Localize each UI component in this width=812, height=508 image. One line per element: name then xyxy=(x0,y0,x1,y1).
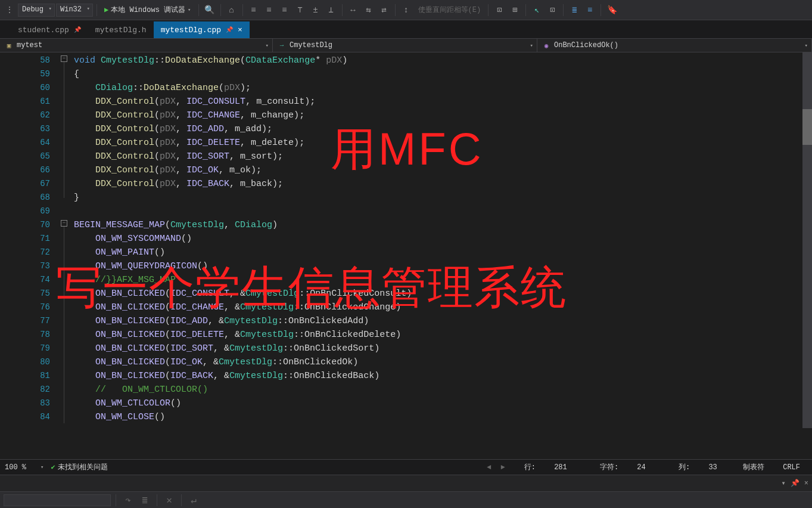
tab-mytestdlg-h[interactable]: mytestDlg.h xyxy=(88,21,154,38)
code-line[interactable]: ON_BN_CLICKED(IDC_CONSULT, &CmytestDlg::… xyxy=(74,287,812,301)
line-number: 60 xyxy=(0,81,50,95)
code-line[interactable]: BEGIN_MESSAGE_MAP(CmytestDlg, CDialog) xyxy=(74,218,812,232)
code-line[interactable]: ON_BN_CLICKED(IDC_ADD, &CmytestDlg::OnBn… xyxy=(74,314,812,328)
code-line[interactable]: ON_BN_CLICKED(IDC_DELETE, &CmytestDlg::O… xyxy=(74,328,812,342)
code-line[interactable]: DDX_Control(pDX, IDC_OK, m_ok); xyxy=(74,163,812,177)
code-line[interactable]: ON_WM_CTLCOLOR() xyxy=(74,397,812,410)
disabled-action: 使垂直间距相等(E) xyxy=(415,5,485,15)
align-icon[interactable]: ≡ xyxy=(262,3,276,17)
separator xyxy=(97,4,97,16)
code-content[interactable]: void CmytestDlg::DoDataExchange(CDataExc… xyxy=(61,52,812,459)
align-icon[interactable]: ⊤ xyxy=(293,3,307,17)
spacing-icon[interactable]: ↔ xyxy=(346,3,360,17)
line-number: 70 xyxy=(0,218,50,232)
line-number: 83 xyxy=(0,397,50,410)
align-icon[interactable]: ⊥ xyxy=(324,3,338,17)
code-line[interactable]: DDX_Control(pDX, IDC_BACK, m_back); xyxy=(74,177,812,191)
spacing-icon[interactable]: ↕ xyxy=(399,3,413,17)
line-number: 65 xyxy=(0,150,50,163)
tab-mytestdlg-cpp[interactable]: mytestDlg.cpp 📌 × xyxy=(154,21,250,38)
align-icon[interactable]: ≡ xyxy=(247,3,261,17)
line-number: 64 xyxy=(0,136,50,150)
zoom-level[interactable]: 100 % xyxy=(5,463,41,472)
code-line[interactable]: ON_BN_CLICKED(IDC_BACK, &CmytestDlg::OnB… xyxy=(74,369,812,383)
issues-status[interactable]: ✔ 未找到相关问题 xyxy=(51,462,107,472)
main-toolbar: ⋮ Debug Win32 ▶ 本地 Windows 调试器 ▾ 🔍 ⌂ ≡ ≡… xyxy=(0,0,812,20)
line-number: 75 xyxy=(0,287,50,301)
tab-student-cpp[interactable]: student.cpp 📌 xyxy=(11,21,88,38)
code-line[interactable]: void CmytestDlg::DoDataExchange(CDataExc… xyxy=(74,54,812,67)
separator xyxy=(220,4,221,16)
scrollbar-thumb[interactable] xyxy=(802,109,812,145)
line-number: 66 xyxy=(0,163,50,177)
code-line[interactable]: ON_BN_CLICKED(IDC_CHANGE, &CmytestDlg::O… xyxy=(74,301,812,314)
tool-icon-2[interactable]: ⌂ xyxy=(225,3,239,17)
line-number: 63 xyxy=(0,122,50,136)
project-icon: ▣ xyxy=(5,41,13,49)
check-icon: ✔ xyxy=(51,463,55,472)
layout-icon[interactable]: ⊡ xyxy=(492,3,506,17)
function-selector[interactable]: ◉ OnBnClickedOk() xyxy=(537,39,812,52)
code-line[interactable]: DDX_Control(pDX, IDC_SORT, m_sort); xyxy=(74,150,812,163)
platform-combo[interactable]: Win32 xyxy=(56,4,93,17)
code-line[interactable]: DDX_Control(pDX, IDC_CHANGE, m_change); xyxy=(74,109,812,122)
spacing-icon[interactable]: ⇄ xyxy=(377,3,391,17)
code-line[interactable] xyxy=(74,205,812,218)
close-icon[interactable]: × xyxy=(238,26,242,35)
class-selector[interactable]: → CmytestDlg xyxy=(273,39,537,52)
pin-icon[interactable]: 📌 xyxy=(791,479,799,488)
code-line[interactable]: DDX_Control(pDX, IDC_DELETE, m_delete); xyxy=(74,136,812,150)
line-number: 79 xyxy=(0,342,50,355)
pin-icon[interactable]: 📌 xyxy=(74,26,81,33)
align-icon[interactable]: ≡ xyxy=(278,3,292,17)
run-button[interactable]: ▶ 本地 Windows 调试器 ▾ xyxy=(101,5,194,15)
code-line[interactable]: ON_WM_QUERYDRAGICON() xyxy=(74,259,812,273)
code-line[interactable]: //}}AFX_MSG_MAP xyxy=(74,273,812,287)
layout-icon[interactable]: ⊞ xyxy=(508,3,522,17)
align-icon[interactable]: ± xyxy=(309,3,323,17)
output-selector[interactable] xyxy=(4,494,111,506)
code-line[interactable]: DDX_Control(pDX, IDC_CONSULT, m_consult)… xyxy=(74,95,812,109)
code-line[interactable]: ON_WM_CLOSE() xyxy=(74,410,812,424)
line-number: 71 xyxy=(0,232,50,246)
code-line[interactable]: } xyxy=(74,191,812,205)
line-number: 78 xyxy=(0,328,50,342)
chevron-down-icon: ▾ xyxy=(188,7,191,13)
code-line[interactable]: ON_BN_CLICKED(IDC_OK, &CmytestDlg::OnBnC… xyxy=(74,355,812,369)
code-line[interactable]: ON_WM_SYSCOMMAND() xyxy=(74,232,812,246)
cursor-icon[interactable]: ↖ xyxy=(530,3,544,17)
bottom-toolbar: ↷ ≣ ✕ ↵ xyxy=(0,491,812,508)
step-icon[interactable]: ↷ xyxy=(121,494,135,507)
config-combo[interactable]: Debug xyxy=(18,4,55,17)
wrap-icon[interactable]: ↵ xyxy=(186,494,201,507)
code-line[interactable]: // ON_WM_CTLCOLOR() xyxy=(74,383,812,397)
scroll-left-icon[interactable]: ◄ xyxy=(487,463,491,472)
separator xyxy=(525,4,526,16)
close-icon[interactable]: × xyxy=(804,479,808,488)
layout-icon[interactable]: ⊡ xyxy=(545,3,559,17)
tool-icon-1[interactable]: 🔍 xyxy=(203,3,217,17)
function-name: OnBnClickedOk() xyxy=(554,41,618,49)
code-line[interactable]: ON_WM_PAINT() xyxy=(74,246,812,259)
code-line[interactable]: DDX_Control(pDX, IDC_ADD, m_add); xyxy=(74,122,812,136)
scroll-right-icon[interactable]: ► xyxy=(501,463,505,472)
list-icon[interactable]: ≡ xyxy=(583,3,597,17)
code-line[interactable]: ON_BN_CLICKED(IDC_SORT, &CmytestDlg::OnB… xyxy=(74,342,812,355)
spacing-icon[interactable]: ⇆ xyxy=(362,3,376,17)
dropdown-icon[interactable]: ▾ xyxy=(782,479,786,488)
list-icon[interactable]: ≣ xyxy=(567,3,581,17)
code-line[interactable]: { xyxy=(74,67,812,81)
vertical-scrollbar[interactable] xyxy=(802,52,812,428)
code-line[interactable]: CDialog::DoDataExchange(pDX); xyxy=(74,81,812,95)
clear-icon[interactable]: ✕ xyxy=(162,494,176,507)
step-icon[interactable]: ≣ xyxy=(138,494,152,507)
chevron-down-icon[interactable]: ▾ xyxy=(41,464,43,470)
separator xyxy=(601,4,601,16)
dropdown-icon[interactable]: ⋮ xyxy=(2,3,17,17)
file-tabs: student.cpp 📌 mytestDlg.h mytestDlg.cpp … xyxy=(0,20,812,38)
navigation-bar: ▣ mytest → CmytestDlg ◉ OnBnClickedOk() xyxy=(0,38,812,52)
bookmark-icon[interactable]: 🔖 xyxy=(605,3,619,17)
project-selector[interactable]: ▣ mytest xyxy=(0,39,273,52)
pin-icon[interactable]: 📌 xyxy=(226,26,233,33)
code-editor[interactable]: 5859606162636465666768697071727374757677… xyxy=(0,52,812,459)
